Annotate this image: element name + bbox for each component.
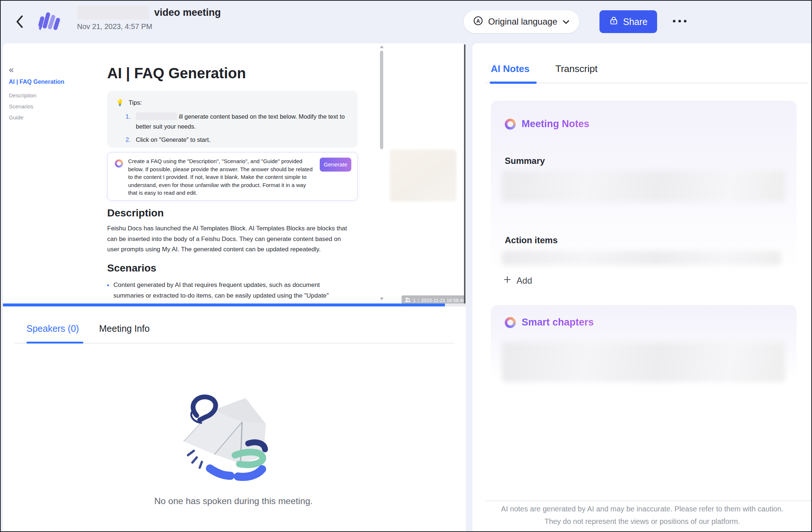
scroll-down-arrow-icon[interactable] <box>380 298 384 300</box>
minutes-logo-icon <box>36 10 62 34</box>
document-viewport: « AI | FAQ Generation Description Scenar… <box>3 43 466 304</box>
section-heading-description: Description <box>107 207 164 219</box>
attendees-icon <box>405 297 411 303</box>
action-items-heading: Action items <box>505 235 558 245</box>
page-title: video meeting <box>154 7 221 18</box>
active-tab-indicator <box>490 82 537 84</box>
generate-button[interactable]: Generate <box>320 158 351 172</box>
ai-ring-icon <box>115 159 123 168</box>
meeting-detail-page: video meeting Nov 21, 2023, 4:57 PM A Or… <box>0 0 812 532</box>
meeting-datetime: Nov 21, 2023, 4:57 PM <box>77 22 221 31</box>
lightbulb-icon: 💡 <box>116 99 124 107</box>
redacted-summary-content <box>502 170 785 202</box>
more-options-button[interactable] <box>669 16 690 26</box>
language-selector[interactable]: A Original language <box>464 10 579 33</box>
ai-notes-panel: AI Notes Transcript Meeting Notes Summar… <box>472 43 812 532</box>
footer-divider <box>485 500 812 501</box>
video-progress-fill <box>3 303 445 306</box>
ai-prompt-block: Create a FAQ using the "Description", "S… <box>107 152 358 201</box>
outline-item-description[interactable]: Description <box>9 92 36 98</box>
ai-ring-icon <box>505 317 516 328</box>
tips-item: 2. Click on "Generate" to start. <box>126 135 349 145</box>
plus-icon <box>503 276 511 286</box>
tab-ai-notes[interactable]: AI Notes <box>491 63 529 75</box>
document-title: AI | FAQ Generation <box>107 65 246 82</box>
document-and-video-panel: « AI | FAQ Generation Description Scenar… <box>3 43 466 532</box>
add-action-item-button[interactable]: Add <box>503 276 532 286</box>
smart-chapters-title: Smart chapters <box>522 317 594 328</box>
description-paragraph: Feishu Docs has launched the AI Template… <box>107 223 348 255</box>
title-block: video meeting Nov 21, 2023, 4:57 PM <box>77 6 221 31</box>
scroll-up-arrow-icon[interactable] <box>380 46 384 48</box>
section-heading-scenarios: Scenarios <box>107 262 156 274</box>
share-button[interactable]: Share <box>599 10 657 33</box>
scrollbar-thumb[interactable] <box>380 51 383 149</box>
active-tab-indicator <box>26 342 83 344</box>
header: video meeting Nov 21, 2023, 4:57 PM A Or… <box>1 1 811 43</box>
prompt-text: Create a FAQ using the "Description", "S… <box>128 157 315 197</box>
collapse-outline-button[interactable]: « <box>9 65 14 75</box>
tips-item-text: Click on "Generate" to start. <box>136 135 349 145</box>
pane-divider <box>464 44 465 303</box>
redacted-text <box>136 112 177 120</box>
smart-chapters-card: Smart chapters <box>491 305 797 392</box>
tab-speakers[interactable]: Speakers (0) <box>26 323 79 334</box>
redacted-meeting-name <box>77 6 149 19</box>
meeting-notes-title: Meeting Notes <box>522 118 590 130</box>
svg-text:A: A <box>476 18 480 24</box>
empty-state-text: No one has spoken during this meeting. <box>3 496 464 506</box>
language-label: Original language <box>488 17 557 27</box>
chevron-left-icon <box>14 25 25 30</box>
redacted-chapters-content <box>502 342 785 382</box>
translate-icon: A <box>473 16 483 28</box>
lock-icon <box>609 16 619 28</box>
add-label: Add <box>516 276 532 286</box>
summary-heading: Summary <box>505 156 545 166</box>
back-button[interactable] <box>13 14 26 30</box>
outline-item-faq-generation[interactable]: AI | FAQ Generation <box>9 79 64 85</box>
share-label: Share <box>623 17 648 27</box>
video-progress-bar[interactable] <box>3 303 466 306</box>
ellipsis-icon <box>673 20 675 22</box>
empty-speakers-illustration <box>172 391 297 488</box>
ai-disclaimer-line1: AI notes are generated by AI and may be … <box>472 505 812 513</box>
tips-item: 1. ill generate content based on the tex… <box>126 112 349 132</box>
outline-item-guide[interactable]: Guide <box>9 114 23 121</box>
document-scrollbar[interactable] <box>379 43 384 304</box>
video-status-overlay: 1 | 2023-11-21 16:58:44 <box>402 295 464 304</box>
shared-screen-thumbnail[interactable] <box>390 150 456 201</box>
tips-item-text: ill generate content based on the text b… <box>136 112 349 132</box>
attendee-count: 1 <box>413 298 416 303</box>
ai-ring-icon <box>505 119 516 130</box>
tab-meeting-info[interactable]: Meeting Info <box>99 323 150 334</box>
tips-heading: Tips: <box>128 99 142 107</box>
redacted-action-item <box>502 251 781 265</box>
list-item: Content generated by AI that requires fr… <box>107 280 346 304</box>
overlay-separator: | <box>418 298 419 303</box>
outline-item-scenarios[interactable]: Scenarios <box>9 103 33 109</box>
chevron-down-icon <box>562 17 570 27</box>
tab-transcript[interactable]: Transcript <box>555 63 598 75</box>
video-timestamp: 2023-11-21 16:58:44 <box>421 298 465 303</box>
tips-box: 💡 Tips: 1. ill generate content based on… <box>107 91 358 148</box>
scenarios-list: Content generated by AI that requires fr… <box>107 280 346 304</box>
bullet-icon <box>107 284 109 286</box>
ai-disclaimer-line2: They do not represent the views or posit… <box>472 517 812 526</box>
meeting-notes-card: Meeting Notes Summary Action items Add <box>491 101 797 301</box>
